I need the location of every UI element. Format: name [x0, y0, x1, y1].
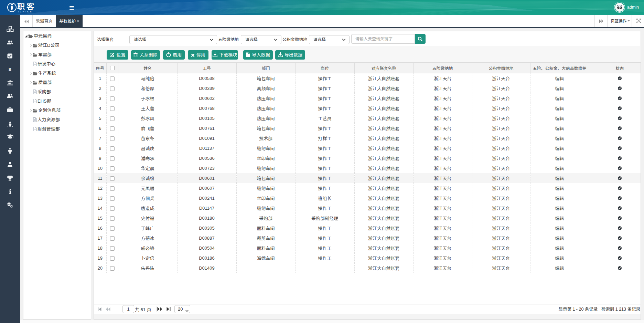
svg-text:¥: ¥	[9, 66, 12, 72]
